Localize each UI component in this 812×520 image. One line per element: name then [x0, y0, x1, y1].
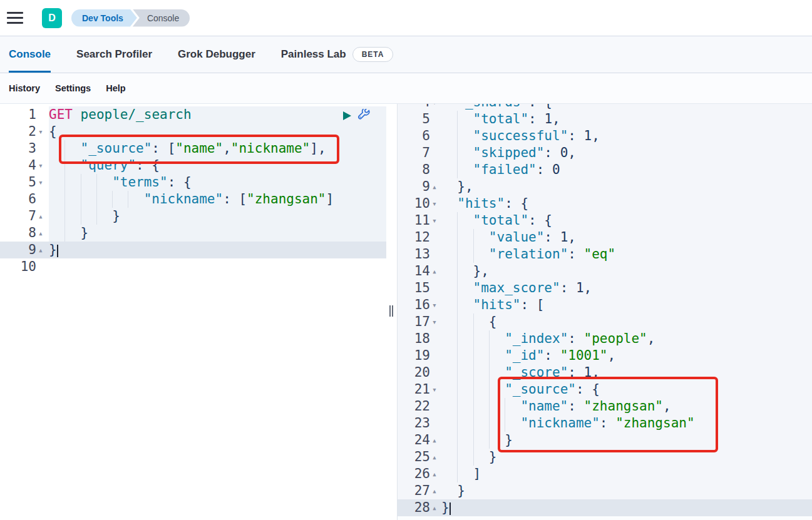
code-line[interactable]: 21▾ "_source": { [398, 381, 812, 398]
fold-open-icon[interactable]: ▾ [38, 157, 43, 174]
fold-close-icon[interactable]: ▴ [432, 482, 437, 499]
code-line[interactable]: 9▴ }, [398, 178, 812, 195]
fold-close-icon[interactable]: ▴ [432, 178, 437, 195]
request-options-wrench-icon[interactable] [357, 109, 371, 122]
fold-close-icon[interactable]: ▴ [38, 208, 43, 225]
code-line[interactable]: 9▴} [0, 242, 386, 258]
line-gutter: 5▾ [0, 174, 49, 191]
code-line[interactable]: 6 "nickname": ["zhangsan"] [0, 191, 386, 208]
request-editor[interactable]: 1GET people/_search2▾{3 "_source": ["nam… [0, 104, 386, 520]
code-line[interactable]: 27▴ } [398, 482, 812, 499]
code-line[interactable]: 5 "total": 1, [398, 111, 812, 128]
tab-grok-debugger[interactable]: Grok Debugger [178, 36, 255, 73]
breadcrumb: Dev Tools Console [71, 9, 190, 27]
fold-close-icon[interactable]: ▴ [38, 242, 43, 258]
line-gutter: 10▾ [398, 195, 441, 212]
code-line-content: { [441, 314, 812, 330]
code-line-content: "nickname": ["zhangsan"] [49, 191, 386, 208]
fold-open-icon[interactable]: ▾ [432, 104, 437, 111]
code-line[interactable]: 16▾ "hits": [ [398, 297, 812, 314]
text-cursor [57, 245, 58, 257]
code-line[interactable]: 3 "_source": ["name","nickname"], [0, 140, 386, 157]
code-line[interactable]: 10▾ "hits": { [398, 195, 812, 212]
code-line[interactable]: 7 "skipped": 0, [398, 145, 812, 161]
line-gutter: 9▴ [398, 178, 441, 195]
fold-open-icon[interactable]: ▾ [38, 174, 43, 191]
code-line[interactable]: 8▴ } [0, 225, 386, 242]
line-number: 22 [398, 398, 430, 415]
fold-close-icon[interactable]: ▴ [432, 432, 437, 449]
menu-item-settings[interactable]: Settings [55, 83, 91, 93]
fold-close-icon[interactable]: ▴ [432, 466, 437, 482]
code-line[interactable]: 8 "failed": 0 [398, 161, 812, 178]
code-line-content: "terms": { [49, 174, 386, 191]
code-line[interactable]: 11▾ "total": { [398, 212, 812, 229]
resize-grip-icon[interactable] [389, 305, 393, 317]
code-line[interactable]: 10 [0, 258, 386, 275]
code-line[interactable]: 12 "value": 1, [398, 229, 812, 246]
tab-console[interactable]: Console [9, 36, 51, 73]
fold-close-icon[interactable]: ▴ [432, 449, 437, 466]
breadcrumb-console[interactable]: Console [133, 9, 190, 27]
code-line[interactable]: 20 "_score": 1, [398, 364, 812, 381]
fold-close-icon[interactable]: ▴ [432, 499, 437, 516]
tab-painless-lab[interactable]: Painless Lab [281, 36, 346, 73]
code-line[interactable]: 24▴ } [398, 432, 812, 449]
code-line-content: } [441, 432, 812, 449]
menu-item-help[interactable]: Help [106, 83, 125, 93]
line-number: 27 [398, 482, 430, 499]
code-line[interactable]: 4▾ "_shards": { [398, 104, 812, 111]
fold-open-icon[interactable]: ▾ [432, 297, 437, 314]
fold-open-icon[interactable]: ▾ [432, 195, 437, 212]
line-gutter: 19 [398, 347, 441, 364]
code-line[interactable]: 4▾ "query": { [0, 157, 386, 174]
code-line[interactable]: 26▴ ] [398, 466, 812, 482]
line-gutter: 22 [398, 398, 441, 415]
code-line[interactable]: 7▴ } [0, 208, 386, 225]
code-line-content: } [441, 499, 812, 516]
code-line[interactable]: 2▾{ [0, 123, 386, 140]
code-line[interactable]: 19 "_id": "1001", [398, 347, 812, 364]
response-viewer[interactable]: 4▾ "_shards": {5 "total": 1,6 "successfu… [397, 104, 812, 520]
code-line[interactable]: 22 "name": "zhangsan", [398, 398, 812, 415]
line-gutter: 14▴ [398, 263, 441, 280]
panel-resize-divider[interactable] [386, 104, 397, 520]
code-line[interactable]: 14▴ }, [398, 263, 812, 280]
tab-search-profiler[interactable]: Search Profiler [76, 36, 152, 73]
code-line-content: "total": { [441, 212, 812, 229]
code-line[interactable]: 25▴ } [398, 449, 812, 466]
request-actions [342, 109, 371, 122]
send-request-icon[interactable] [342, 109, 352, 122]
line-gutter: 10 [0, 258, 49, 275]
fold-close-icon[interactable]: ▴ [38, 225, 43, 242]
menu-hamburger-button[interactable] [0, 0, 30, 36]
fold-close-icon[interactable]: ▴ [432, 263, 437, 280]
code-line[interactable]: 15 "max_score": 1, [398, 280, 812, 297]
code-line[interactable]: 6 "successful": 1, [398, 128, 812, 145]
code-line-content: }, [441, 178, 812, 195]
code-line[interactable]: 18 "_index": "people", [398, 330, 812, 347]
code-line[interactable]: 17▾ { [398, 314, 812, 330]
code-line[interactable]: 28▴} [398, 499, 812, 516]
line-number: 19 [398, 347, 430, 364]
line-number: 7 [398, 145, 430, 161]
fold-open-icon[interactable]: ▾ [38, 123, 43, 140]
fold-open-icon[interactable]: ▾ [432, 212, 437, 229]
line-gutter: 26▴ [398, 466, 441, 482]
line-gutter: 6 [398, 128, 441, 145]
breadcrumb-dev-tools[interactable]: Dev Tools [71, 9, 137, 27]
code-line[interactable]: 1GET people/_search [0, 106, 386, 123]
fold-open-icon[interactable]: ▾ [432, 381, 437, 398]
app-logo[interactable]: D [42, 8, 62, 28]
code-line[interactable]: 5▾ "terms": { [0, 174, 386, 191]
code-line-content: } [441, 482, 812, 499]
code-line[interactable]: 13 "relation": "eq" [398, 246, 812, 263]
code-line-content [49, 258, 386, 275]
code-line-content: "failed": 0 [441, 161, 812, 178]
menu-item-history[interactable]: History [9, 83, 40, 93]
fold-open-icon[interactable]: ▾ [432, 314, 437, 330]
line-gutter: 4▾ [0, 157, 49, 174]
text-cursor [450, 502, 451, 515]
code-line[interactable]: 23 "nickname": "zhangsan" [398, 415, 812, 432]
line-number: 9 [0, 242, 36, 258]
